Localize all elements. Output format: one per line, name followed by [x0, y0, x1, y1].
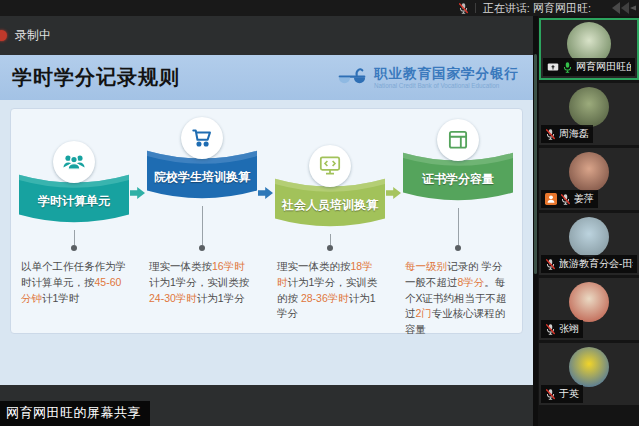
monitor-code-icon	[309, 145, 351, 187]
avatar	[569, 152, 609, 192]
avatar	[569, 282, 609, 322]
steps-panel: 学时计算单元以单个工作任务作为学时计算单元，按45-60分钟计1学时院校学生培训…	[10, 108, 523, 334]
cart-icon	[181, 117, 223, 159]
participants-sidebar: 网育网田旺的屏幕共享周海磊姜萍旅游教育分会-田华张翊于英	[533, 16, 639, 426]
step-3: 社会人员培训换算理实一体类的按18学时计为1学分，实训类的按 28-36学时计为…	[275, 117, 385, 322]
step-description: 每一级别记录的 学分一般不超过8学分。每个X证书约相当于不超过2门专业核心课程的…	[405, 259, 511, 338]
step-2: 院校学生培训换算理实一体类按16学时计为1学分，实训类按24-30学时计为1学分	[147, 117, 257, 306]
participant-label: 周海磊	[541, 125, 593, 143]
participant-tile[interactable]: 周海磊	[539, 83, 639, 145]
mic-on-icon	[562, 61, 573, 73]
recording-label: 录制中	[15, 27, 51, 44]
step-label: 证书学分容量	[403, 171, 513, 188]
recording-indicator: 录制中	[0, 27, 51, 44]
screen-share-banner: 网育网田旺的屏幕共享	[0, 401, 150, 426]
participant-name: 张翊	[559, 322, 579, 336]
slide-title: 学时学分记录规则	[12, 64, 180, 91]
participant-tile[interactable]: 旅游教育分会-田华	[539, 213, 639, 275]
flow-arrow-icon	[257, 185, 275, 201]
mic-muted-icon	[545, 388, 556, 400]
step-label: 学时计算单元	[19, 193, 129, 210]
participant-label: 旅游教育分会-田华	[541, 255, 637, 273]
logo-name-en: National Credit Bank of Vocational Educa…	[374, 82, 519, 89]
avatar	[569, 347, 609, 387]
meeting-window: 正在讲话: 网育网田旺: 录制中 学时学分记录规则	[0, 0, 639, 426]
divider	[475, 3, 476, 13]
logo-name-cn: 职业教育国家学分银行	[374, 66, 519, 82]
mic-muted-icon	[545, 323, 556, 335]
connector-line	[455, 208, 461, 251]
mic-muted-icon	[458, 2, 469, 14]
participants-list: 网育网田旺的屏幕共享周海磊姜萍旅游教育分会-田华张翊于英	[539, 18, 639, 405]
scrollbar-thumb[interactable]	[534, 54, 537, 274]
screen-share-icon	[547, 62, 559, 73]
participant-name: 网育网田旺的屏幕共享	[576, 60, 631, 74]
flow-arrow-icon	[385, 185, 403, 201]
step-description: 以单个工作任务作为学时计算单元，按45-60分钟计1学时	[21, 259, 127, 306]
participant-label: 网育网田旺的屏幕共享	[543, 58, 635, 76]
connector-line	[71, 230, 77, 251]
avatar	[569, 217, 609, 257]
scale-logo-icon	[336, 65, 368, 90]
recording-dot-icon	[0, 30, 7, 41]
step-4: 证书学分容量每一级别记录的 学分一般不超过8学分。每个X证书约相当于不超过2门专…	[403, 117, 513, 338]
credit-bank-logo: 职业教育国家学分银行 National Credit Bank of Vocat…	[336, 65, 519, 90]
connector-line	[199, 206, 205, 251]
presentation-slide: 学时学分记录规则 职业教育国家学分银行 National Credit Bank…	[0, 55, 533, 385]
step-label: 社会人员培训换算	[275, 197, 385, 214]
host-badge-icon	[545, 193, 557, 205]
participant-name: 于英	[559, 387, 579, 401]
collapse-panel-icon[interactable]	[609, 1, 637, 17]
window-grid-icon	[437, 119, 479, 161]
slide-header: 学时学分记录规则 职业教育国家学分银行 National Credit Bank…	[0, 55, 533, 100]
participant-tile[interactable]: 姜萍	[539, 148, 639, 210]
mic-muted-icon	[560, 193, 571, 205]
mic-muted-icon	[545, 128, 556, 140]
shared-screen-area: 录制中 学时学分记录规则 职业教育国家学分银行 National Credit …	[0, 16, 533, 426]
participant-label: 张翊	[541, 320, 583, 338]
avatar	[569, 87, 609, 127]
step-description: 理实一体类的按18学时计为1学分，实训类的按 28-36学时计为1学分	[277, 259, 383, 322]
participant-name: 姜萍	[574, 192, 594, 206]
participant-tile[interactable]: 网育网田旺的屏幕共享	[539, 18, 639, 80]
speaking-now-label: 正在讲话: 网育网田旺:	[483, 1, 591, 16]
step-label: 院校学生培训换算	[147, 169, 257, 186]
participant-name: 旅游教育分会-田华	[559, 257, 633, 271]
meeting-top-bar: 正在讲话: 网育网田旺:	[0, 0, 639, 16]
participant-tile[interactable]: 张翊	[539, 278, 639, 340]
participant-label: 于英	[541, 385, 583, 403]
people-group-icon	[53, 141, 95, 183]
participant-label: 姜萍	[541, 190, 598, 208]
sidebar-scrollbar[interactable]	[533, 16, 538, 426]
mic-muted-icon	[545, 258, 556, 270]
flow-arrow-icon	[129, 185, 147, 201]
step-description: 理实一体类按16学时计为1学分，实训类按24-30学时计为1学分	[149, 259, 255, 306]
participant-tile[interactable]: 于英	[539, 343, 639, 405]
participant-name: 周海磊	[559, 127, 589, 141]
step-1: 学时计算单元以单个工作任务作为学时计算单元，按45-60分钟计1学时	[19, 117, 129, 306]
connector-line	[327, 234, 333, 251]
